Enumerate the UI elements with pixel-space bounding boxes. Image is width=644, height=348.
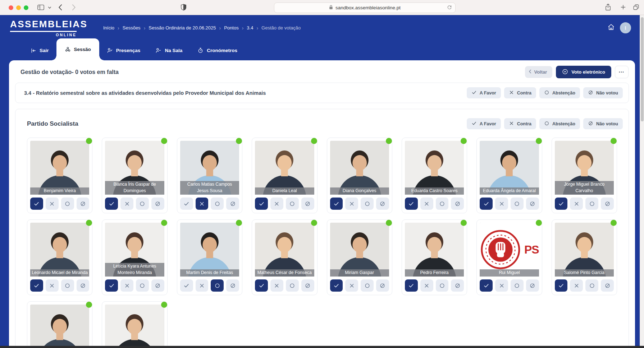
vote-contra-button[interactable]: [46, 279, 59, 292]
vote-nao_votou-button[interactable]: [226, 279, 239, 292]
breadcrumb-item[interactable]: Pontos: [224, 25, 238, 31]
vote-abstencao-button[interactable]: [136, 198, 149, 210]
vote-favor-button[interactable]: [405, 198, 418, 210]
vote-abstencao-button[interactable]: [211, 198, 224, 210]
vote-contra-button[interactable]: [420, 279, 433, 292]
url-bar[interactable]: sandbox.assembleiasonline.pt: [274, 3, 456, 13]
bulk-contra-button[interactable]: Contra: [504, 118, 536, 129]
vote-nao_votou-button[interactable]: [77, 198, 90, 210]
vote-abstencao-button[interactable]: [211, 279, 224, 292]
vote-abstencao-button[interactable]: [361, 279, 374, 292]
vote-contra-button[interactable]: [46, 198, 59, 210]
vote-contra-button[interactable]: [120, 279, 133, 292]
vote-contra-button[interactable]: [570, 279, 583, 292]
breadcrumb-item[interactable]: Sessões: [123, 25, 141, 31]
vote-favor-button[interactable]: [30, 198, 43, 210]
vote-abstencao-button[interactable]: [286, 279, 299, 292]
tab-sessão[interactable]: Sessão: [56, 38, 99, 60]
breadcrumb-item[interactable]: Início: [103, 25, 114, 31]
forward-button[interactable]: [72, 4, 76, 11]
vote-abstencao-button[interactable]: [436, 279, 449, 292]
vote-nao_votou-button[interactable]: [151, 279, 164, 292]
vote-nao_votou-button[interactable]: [526, 198, 539, 210]
breadcrumb-item[interactable]: Sessão Ordinária de 20.06.2025: [149, 25, 216, 31]
window-minimize-button[interactable]: [16, 5, 21, 10]
vote-nao_votou-button[interactable]: [301, 198, 314, 210]
tab-presenças[interactable]: Presenças: [99, 41, 148, 60]
share-icon[interactable]: [605, 3, 611, 11]
window-zoom-button[interactable]: [24, 5, 28, 10]
vote-favor-button[interactable]: [105, 198, 118, 210]
vote-abstencao-button[interactable]: [136, 279, 149, 292]
breadcrumb-item[interactable]: 3.4: [247, 25, 253, 31]
vote-favor-button[interactable]: [330, 279, 343, 292]
vote-nao_votou-button[interactable]: [77, 279, 90, 292]
vote-abstencao-button[interactable]: [286, 198, 299, 210]
vote-favor-button[interactable]: [330, 198, 343, 210]
vote-nao_votou-button[interactable]: [226, 198, 239, 210]
vote-contra-button[interactable]: [120, 198, 133, 210]
page-scrollbar[interactable]: [640, 15, 644, 348]
vote-contra-button[interactable]: [270, 279, 283, 292]
app-logo[interactable]: ASSEMBLEIAS ONLINE: [10, 19, 77, 37]
vote-contra-button[interactable]: [196, 279, 209, 292]
vote-abstencao-button[interactable]: [585, 279, 598, 292]
bulk-contra-button[interactable]: Contra: [504, 87, 536, 98]
bulk-abstencao-button[interactable]: Abstenção: [539, 118, 580, 129]
voltar-button[interactable]: Voltar: [525, 66, 552, 78]
scrollbar-thumb[interactable]: [641, 17, 644, 121]
back-button[interactable]: [58, 4, 62, 11]
vote-favor-button[interactable]: [405, 279, 418, 292]
vote-favor-button[interactable]: [180, 198, 193, 210]
bulk-favor-button[interactable]: A Favor: [467, 87, 501, 98]
vote-nao_votou-button[interactable]: [526, 279, 539, 292]
bulk-nao_votou-button[interactable]: Não votou: [583, 87, 623, 98]
vote-favor-button[interactable]: [255, 279, 268, 292]
bulk-nao_votou-button[interactable]: Não votou: [583, 118, 623, 129]
vote-nao_votou-button[interactable]: [601, 198, 614, 210]
vote-contra-button[interactable]: [570, 198, 583, 210]
vote-contra-button[interactable]: [495, 279, 508, 292]
vote-abstencao-button[interactable]: [511, 279, 524, 292]
vote-favor-button[interactable]: [555, 198, 568, 210]
avatar[interactable]: I: [620, 22, 631, 33]
new-tab-icon[interactable]: [620, 4, 626, 10]
vote-favor-button[interactable]: [105, 279, 118, 292]
vote-nao_votou-button[interactable]: [451, 279, 464, 292]
tab-cronómetros[interactable]: Cronómetros: [190, 41, 245, 60]
vote-contra-button[interactable]: [270, 198, 283, 210]
window-close-button[interactable]: [9, 5, 13, 10]
vote-abstencao-button[interactable]: [585, 198, 598, 210]
vote-abstencao-button[interactable]: [61, 198, 74, 210]
tab-overview-icon[interactable]: [633, 4, 639, 10]
vote-nao_votou-button[interactable]: [301, 279, 314, 292]
vote-favor-button[interactable]: [480, 279, 493, 292]
vote-abstencao-button[interactable]: [436, 198, 449, 210]
vote-favor-button[interactable]: [480, 198, 493, 210]
reload-icon[interactable]: [447, 5, 452, 11]
vote-favor-button[interactable]: [555, 279, 568, 292]
vote-contra-button[interactable]: [420, 198, 433, 210]
vote-favor-button[interactable]: [30, 279, 43, 292]
vote-abstencao-button[interactable]: [511, 198, 524, 210]
vote-contra-button[interactable]: [345, 279, 358, 292]
vote-nao_votou-button[interactable]: [151, 198, 164, 210]
vote-nao_votou-button[interactable]: [376, 279, 389, 292]
vote-abstencao-button[interactable]: [61, 279, 74, 292]
vote-nao_votou-button[interactable]: [451, 198, 464, 210]
privacy-shield-icon[interactable]: [181, 4, 187, 11]
vote-nao_votou-button[interactable]: [601, 279, 614, 292]
vote-contra-button[interactable]: [345, 198, 358, 210]
vote-contra-button[interactable]: [196, 198, 209, 210]
vote-favor-button[interactable]: [255, 198, 268, 210]
home-icon[interactable]: [607, 23, 615, 32]
vote-nao_votou-button[interactable]: [376, 198, 389, 210]
vote-contra-button[interactable]: [495, 198, 508, 210]
sidebar-chevron-icon[interactable]: [48, 6, 51, 9]
voto-eletronico-button[interactable]: Voto eletrónico: [556, 66, 611, 78]
vote-favor-button[interactable]: [180, 279, 193, 292]
sidebar-toggle-icon[interactable]: [37, 4, 45, 11]
vote-abstencao-button[interactable]: [361, 198, 374, 210]
more-options-button[interactable]: •••: [615, 66, 629, 78]
bulk-favor-button[interactable]: A Favor: [467, 118, 501, 129]
